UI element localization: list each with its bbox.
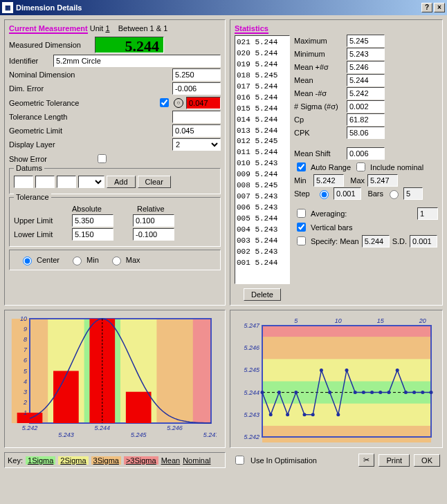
use-in-optimisation-checkbox[interactable]	[235, 456, 244, 465]
ok-button[interactable]: OK	[414, 454, 440, 467]
datum-select[interactable]	[78, 176, 104, 188]
auto-range-checkbox[interactable]	[297, 162, 306, 171]
show-error-checkbox[interactable]	[98, 154, 107, 163]
svg-text:3: 3	[24, 389, 27, 395]
svg-text:5.243: 5.243	[244, 411, 259, 418]
averaging-input[interactable]	[417, 207, 438, 220]
include-nominal-checkbox[interactable]	[356, 162, 365, 171]
identifier-input[interactable]	[53, 55, 221, 67]
upper-abs-input[interactable]	[72, 214, 113, 227]
svg-text:9: 9	[24, 326, 27, 333]
key-2sigma: 2Sigma	[58, 456, 88, 465]
display-layer-select[interactable]: 2	[172, 138, 221, 151]
radio-min[interactable]: Min	[69, 254, 99, 265]
datums-legend: Datums	[14, 164, 44, 172]
geo-tol-checkbox[interactable]	[160, 98, 169, 107]
svg-text:10: 10	[335, 317, 342, 324]
datum-3[interactable]	[57, 176, 76, 188]
svg-point-39	[320, 368, 323, 372]
svg-point-42	[345, 368, 349, 372]
include-nominal-label: Include nominal	[370, 163, 423, 171]
app-icon: ▦	[2, 2, 13, 13]
datum-1[interactable]	[14, 176, 33, 188]
bars-radio[interactable]	[390, 190, 399, 199]
mean-value	[347, 74, 385, 86]
tol-len-label: Tolerance Length	[9, 113, 92, 121]
tolerance-legend: Tolerance	[14, 193, 51, 201]
rel-header: Relative	[137, 205, 185, 213]
histogram-panel: 123456789105.2425.2435.2445.2455.2465.24…	[4, 310, 226, 448]
datums-group: Datums Add Clear	[9, 168, 221, 194]
svg-text:4: 4	[24, 378, 27, 385]
specify-mean-input[interactable]	[362, 235, 390, 248]
display-layer-label: Display Layer	[9, 140, 92, 149]
svg-text:5.243: 5.243	[58, 431, 74, 438]
specify-label: Specify: Mean	[311, 237, 359, 245]
svg-text:5: 5	[294, 317, 298, 324]
nsigma-value	[347, 100, 385, 113]
delete-button[interactable]: Delete	[244, 288, 281, 301]
key-mean: Mean	[161, 456, 181, 465]
stats-list[interactable]: 021 5.244020 5.244019 5.244018 5.245017 …	[235, 35, 290, 284]
svg-point-34	[277, 391, 281, 394]
svg-point-46	[378, 391, 382, 394]
rmin-input[interactable]	[313, 174, 344, 187]
step-radio[interactable]	[320, 190, 329, 199]
titlebar: ▦ Dimension Details ? ×	[0, 0, 447, 15]
svg-point-37	[303, 413, 307, 416]
lower-rel-input[interactable]	[133, 228, 174, 241]
export-button[interactable]: ✂	[358, 454, 374, 467]
geo-limit-input[interactable]	[172, 124, 221, 137]
key-legend: Key: 1Sigma 2Sigma 3Sigma >3Sigma Mean N…	[4, 452, 226, 468]
svg-text:8: 8	[24, 336, 27, 343]
datum-add-button[interactable]: Add	[107, 176, 136, 188]
tol-len-input[interactable]	[172, 111, 221, 123]
cpk-label: CPK	[294, 129, 344, 137]
tolerance-group: Tolerance Absolute Relative Upper Limit …	[9, 197, 221, 247]
geo-limit-label: Geometric Limit	[9, 127, 92, 135]
key-gt3sigma: >3Sigma	[124, 456, 158, 465]
svg-point-40	[328, 391, 331, 394]
mean-plus-label: Mean +#σ	[294, 63, 344, 71]
geo-tol-label: Geometric Tolerance	[9, 99, 92, 107]
mean-minus-value	[347, 87, 385, 100]
step-input[interactable]	[334, 187, 361, 200]
key-nominal: Nominal	[183, 456, 210, 465]
datum-clear-button[interactable]: Clear	[138, 176, 171, 188]
rmax-input[interactable]	[367, 174, 398, 187]
radio-center[interactable]: Center	[19, 254, 60, 265]
datum-2[interactable]	[35, 176, 55, 188]
close-button[interactable]: ×	[434, 3, 445, 12]
svg-text:1: 1	[24, 409, 27, 416]
svg-point-48	[396, 368, 399, 372]
averaging-label: Averaging:	[311, 209, 414, 218]
measured-dim-value: 5.244	[95, 37, 164, 53]
sd-input[interactable]	[410, 235, 437, 248]
vertical-bars-checkbox[interactable]	[297, 223, 306, 232]
identifier-label: Identifier	[9, 57, 51, 65]
current-header: Current Measurement	[9, 24, 88, 34]
upper-rel-input[interactable]	[133, 214, 174, 227]
lower-abs-input[interactable]	[72, 228, 113, 241]
help-button[interactable]: ?	[421, 3, 432, 12]
geo-tol-value[interactable]	[186, 97, 221, 109]
statistics-panel: Statistics 021 5.244020 5.244019 5.24401…	[230, 19, 443, 306]
svg-text:20: 20	[419, 317, 426, 324]
print-button[interactable]: Print	[378, 454, 410, 467]
key-1sigma: 1Sigma	[26, 456, 55, 465]
svg-point-52	[430, 391, 433, 394]
key-3sigma: 3Sigma	[91, 456, 121, 465]
svg-point-44	[362, 391, 365, 394]
lower-limit-label: Lower Limit	[14, 230, 69, 239]
radio-max[interactable]: Max	[109, 254, 140, 265]
nominal-input[interactable]	[172, 68, 221, 81]
svg-text:5.244: 5.244	[244, 389, 259, 396]
show-error-label: Show Error	[9, 155, 92, 163]
svg-point-32	[261, 391, 264, 394]
dim-error-label: Dim. Error	[9, 84, 92, 93]
min-value	[347, 48, 385, 60]
averaging-checkbox[interactable]	[297, 209, 306, 218]
specify-checkbox[interactable]	[297, 236, 306, 245]
bars-input[interactable]	[403, 187, 423, 200]
rmax-label: Max	[347, 176, 365, 185]
